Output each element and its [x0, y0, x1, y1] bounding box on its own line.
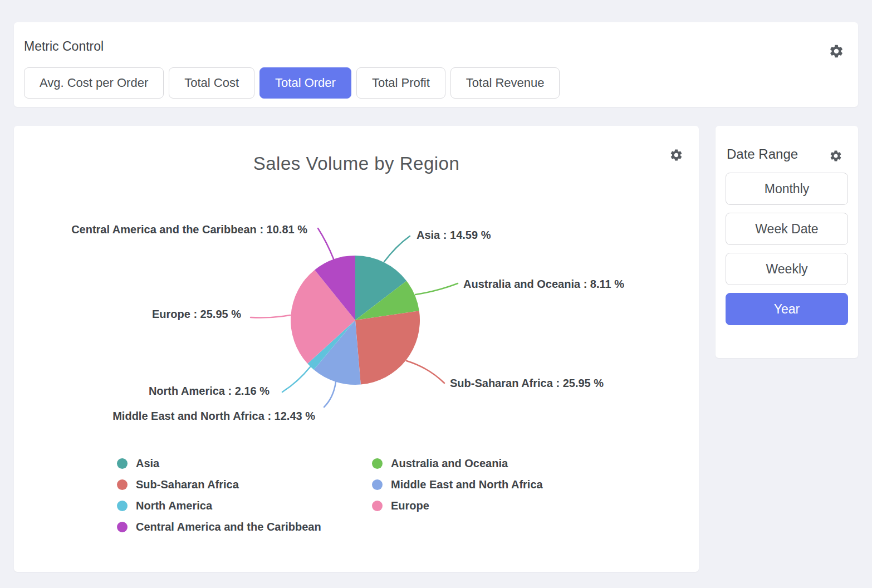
- metric-control-title: Metric Control: [24, 39, 104, 54]
- gear-icon[interactable]: [829, 149, 842, 163]
- date-range-buttons: MonthlyWeek DateWeeklyYear: [726, 173, 848, 325]
- date-range-button-week-date[interactable]: Week Date: [726, 213, 848, 245]
- metric-button-total-revenue[interactable]: Total Revenue: [450, 67, 560, 99]
- legend-dot-asia: [117, 458, 128, 469]
- metric-button-total-profit[interactable]: Total Profit: [356, 67, 445, 99]
- pie-callout-asia: Asia : 14.59 %: [417, 228, 491, 242]
- sales-volume-card: Sales Volume by Region Asia : 14.59 %Aus…: [14, 126, 699, 572]
- pie-callout-europe: Europe : 25.95 %: [152, 307, 241, 321]
- callout-line-asia: [384, 236, 410, 262]
- legend-item-middle-east-and-north-africa[interactable]: Middle East and North Africa: [372, 474, 543, 495]
- metric-button-total-cost[interactable]: Total Cost: [169, 67, 254, 99]
- legend-label: Central America and the Caribbean: [136, 521, 321, 533]
- legend-dot-australia-and-oceania: [372, 458, 383, 469]
- legend-dot-europe: [372, 501, 383, 511]
- legend-label: Asia: [136, 457, 159, 470]
- date-range-card: Date Range MonthlyWeek DateWeeklyYear: [716, 126, 858, 358]
- date-range-title: Date Range: [727, 146, 798, 162]
- legend-label: Sub-Saharan Africa: [136, 478, 239, 491]
- legend-label: Europe: [391, 499, 429, 512]
- legend-label: Middle East and North Africa: [391, 478, 543, 491]
- metric-control-card: Metric Control Avg. Cost per OrderTotal …: [14, 22, 858, 107]
- metric-button-total-order[interactable]: Total Order: [259, 67, 351, 99]
- pie-callout-middle-east-and-north-africa: Middle East and North Africa : 12.43 %: [112, 409, 315, 423]
- legend-item-asia[interactable]: Asia: [117, 453, 321, 474]
- gear-icon[interactable]: [829, 43, 844, 59]
- pie-slice-sub-saharan-africa[interactable]: [355, 311, 420, 384]
- chart-legend-column-right: Australia and OceaniaMiddle East and Nor…: [372, 453, 543, 516]
- legend-dot-central-america-and-the-caribbean: [117, 522, 128, 532]
- callout-line-central-america-and-the-caribbean: [318, 228, 334, 259]
- chart-legend-column-left: AsiaSub-Saharan AfricaNorth AmericaCentr…: [117, 453, 321, 537]
- legend-item-north-america[interactable]: North America: [117, 495, 321, 516]
- legend-dot-sub-saharan-africa: [117, 479, 128, 490]
- pie-callout-central-america-and-the-caribbean: Central America and the Caribbean : 10.8…: [71, 223, 307, 236]
- date-range-button-weekly[interactable]: Weekly: [726, 253, 848, 285]
- legend-label: Australia and Oceania: [391, 457, 508, 470]
- date-range-button-year[interactable]: Year: [726, 293, 848, 325]
- date-range-button-monthly[interactable]: Monthly: [726, 173, 848, 205]
- callout-line-north-america: [282, 367, 310, 392]
- legend-dot-middle-east-and-north-africa: [372, 479, 383, 490]
- metric-buttons: Avg. Cost per OrderTotal CostTotal Order…: [24, 67, 560, 99]
- metric-button-avg-cost-per-order[interactable]: Avg. Cost per Order: [24, 67, 164, 99]
- pie-callout-sub-saharan-africa: Sub-Saharan Africa : 25.95 %: [450, 376, 604, 390]
- pie-callout-australia-and-oceania: Australia and Oceania : 8.11 %: [463, 277, 624, 291]
- legend-item-central-america-and-the-caribbean[interactable]: Central America and the Caribbean: [117, 516, 321, 537]
- legend-dot-north-america: [117, 501, 128, 511]
- callout-line-europe: [251, 315, 290, 318]
- legend-item-europe[interactable]: Europe: [372, 495, 543, 516]
- legend-item-australia-and-oceania[interactable]: Australia and Oceania: [372, 453, 543, 474]
- legend-label: North America: [136, 499, 212, 512]
- pie-callout-north-america: North America : 2.16 %: [149, 384, 270, 398]
- callout-line-middle-east-and-north-africa: [324, 382, 336, 407]
- callout-line-australia-and-oceania: [415, 283, 458, 295]
- callout-line-sub-saharan-africa: [406, 361, 444, 383]
- legend-item-sub-saharan-africa[interactable]: Sub-Saharan Africa: [117, 474, 321, 495]
